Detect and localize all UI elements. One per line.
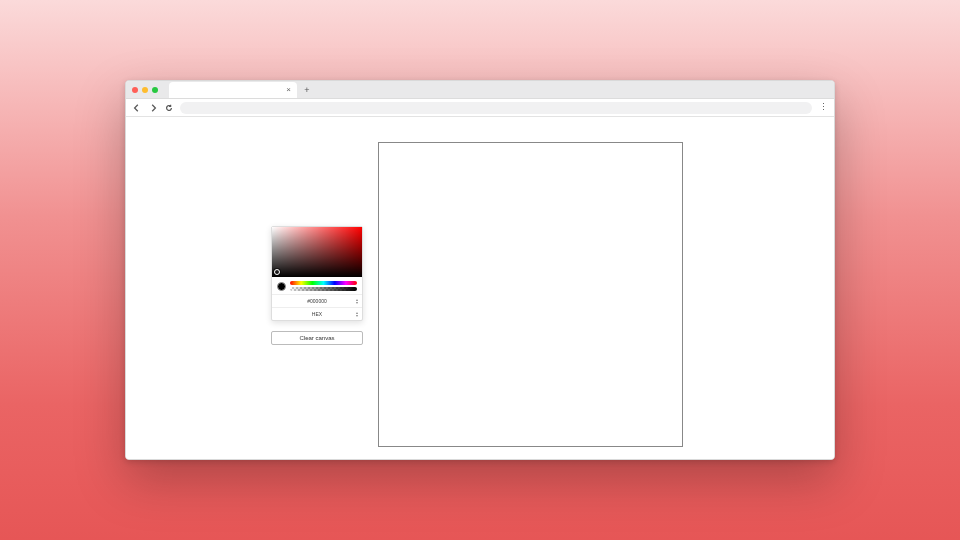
tab-strip: × +: [126, 81, 834, 99]
current-color-swatch: [277, 282, 286, 291]
browser-tab[interactable]: ×: [169, 82, 297, 98]
clear-canvas-button[interactable]: Clear canvas: [271, 331, 363, 345]
window-traffic-lights: [132, 87, 158, 93]
format-label: HEX: [312, 311, 322, 317]
maximize-window-button[interactable]: [152, 87, 158, 93]
close-tab-icon[interactable]: ×: [286, 85, 291, 94]
saturation-value-field[interactable]: [272, 227, 362, 277]
color-picker: #000000 ▴ ▾ HEX ▴ ▾: [271, 226, 363, 321]
format-field[interactable]: HEX ▴ ▾: [272, 307, 362, 320]
forward-button[interactable]: [148, 103, 158, 113]
address-bar[interactable]: [180, 102, 812, 114]
minimize-window-button[interactable]: [142, 87, 148, 93]
picker-sliders: [290, 281, 357, 291]
format-stepper[interactable]: ▴ ▾: [356, 311, 358, 317]
controls-sidebar: #000000 ▴ ▾ HEX ▴ ▾ Clear canvas: [271, 226, 363, 345]
reload-button[interactable]: [164, 103, 174, 113]
browser-toolbar: ⋮: [126, 99, 834, 117]
hex-value-field[interactable]: #000000 ▴ ▾: [272, 294, 362, 307]
sv-cursor[interactable]: [274, 269, 280, 275]
new-tab-button[interactable]: +: [302, 85, 312, 95]
chevron-down-icon: ▾: [356, 314, 358, 317]
hue-slider[interactable]: [290, 281, 357, 285]
hex-value-text: #000000: [307, 298, 326, 304]
drawing-canvas[interactable]: [378, 142, 683, 447]
close-window-button[interactable]: [132, 87, 138, 93]
chevron-down-icon: ▾: [356, 301, 358, 304]
browser-window: × + ⋮: [125, 80, 835, 460]
picker-sliders-row: [272, 277, 362, 294]
browser-menu-button[interactable]: ⋮: [818, 103, 828, 112]
alpha-slider[interactable]: [290, 287, 357, 291]
value-stepper[interactable]: ▴ ▾: [356, 298, 358, 304]
back-button[interactable]: [132, 103, 142, 113]
page-content: #000000 ▴ ▾ HEX ▴ ▾ Clear canvas: [126, 117, 834, 459]
